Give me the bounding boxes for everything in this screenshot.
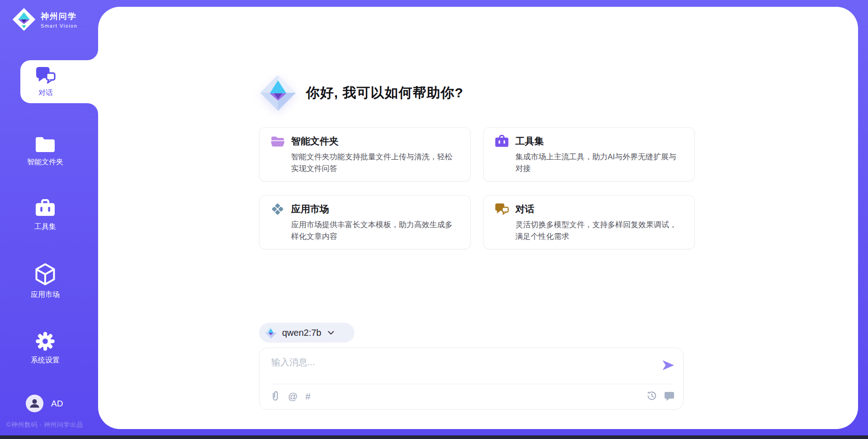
sidebar-item-smart-folder[interactable]: 智能文件夹 — [0, 136, 90, 167]
card-smart-folder[interactable]: 智能文件夹 智能文件夹功能支持批量文件上传与清洗，轻松实现文件问答 — [259, 127, 471, 181]
composer: @ # — [259, 348, 684, 410]
brand-logo-icon — [12, 7, 36, 32]
card-description: 应用市场提供丰富长文本模板，助力高效生成多样化文章内容 — [291, 219, 459, 243]
copyright: ©神州数码 · 神州问学出品 — [6, 421, 83, 429]
feedback-icon[interactable] — [664, 391, 675, 401]
composer-divider — [270, 384, 672, 384]
greeting-text: 你好, 我可以如何帮助你? — [306, 84, 463, 102]
assistant-logo-icon — [259, 74, 297, 112]
card-app-market[interactable]: 应用市场 应用市场提供丰富长文本模板，助力高效生成多样化文章内容 — [259, 195, 471, 249]
brand: 神州问学 Smart Vision — [12, 7, 77, 32]
model-name: qwen2:7b — [282, 328, 321, 338]
chat-icon — [35, 66, 56, 85]
card-description: 集成市场上主流工具，助力AI与外界无缝扩展与对接 — [515, 151, 684, 175]
cube-icon — [35, 263, 56, 286]
tab-fillet-bottom — [87, 103, 98, 114]
briefcase-icon — [35, 199, 56, 218]
composer-tools-left: @ # — [270, 389, 311, 403]
brand-name: 神州问学 — [41, 11, 77, 22]
model-logo-icon — [264, 326, 277, 339]
chat-icon — [495, 203, 509, 215]
sidebar-item-label: 对话 — [38, 88, 53, 98]
sidebar-item-toolset[interactable]: 工具集 — [0, 199, 90, 232]
card-description: 灵活切换多模型文件，支持多样回复效果调试，满足个性化需求 — [515, 219, 684, 243]
send-button[interactable] — [660, 359, 676, 372]
chevron-down-icon — [328, 331, 334, 335]
sidebar-item-chat[interactable]: 对话 — [20, 60, 98, 103]
gear-icon — [35, 331, 55, 351]
card-title: 对话 — [515, 203, 534, 215]
main-panel: 你好, 我可以如何帮助你? 智能文件夹 智能文件夹功能支持批量文件上传与清洗，轻… — [98, 7, 858, 429]
greeting: 你好, 我可以如何帮助你? — [259, 74, 463, 112]
composer-tools-right — [646, 390, 675, 401]
folder-icon — [35, 136, 56, 153]
sidebar-item-label: 应用市场 — [31, 290, 60, 300]
user-profile[interactable]: AD — [26, 395, 63, 412]
user-initials: AD — [51, 399, 63, 409]
sidebar-item-app-market[interactable]: 应用市场 — [0, 263, 90, 300]
topic-icon[interactable]: # — [305, 391, 311, 401]
card-title: 应用市场 — [291, 203, 329, 215]
folder-open-icon — [270, 135, 285, 148]
avatar — [26, 395, 43, 412]
attachment-icon[interactable] — [270, 390, 280, 402]
send-icon — [661, 359, 675, 371]
briefcase-icon — [495, 135, 509, 148]
card-title: 智能文件夹 — [291, 135, 339, 148]
brand-subtitle: Smart Vision — [41, 23, 77, 29]
model-selector[interactable]: qwen2:7b — [259, 323, 354, 343]
sidebar-item-settings[interactable]: 系统设置 — [0, 331, 90, 365]
mention-icon[interactable]: @ — [288, 391, 297, 401]
message-input[interactable] — [270, 354, 632, 370]
bottom-strip — [0, 435, 868, 439]
card-chat[interactable]: 对话 灵活切换多模型文件，支持多样回复效果调试，满足个性化需求 — [483, 195, 695, 249]
tab-fillet-top — [87, 49, 98, 60]
brand-text: 神州问学 Smart Vision — [41, 11, 77, 29]
card-toolset[interactable]: 工具集 集成市场上主流工具，助力AI与外界无缝扩展与对接 — [483, 127, 695, 181]
sidebar-item-label: 系统设置 — [31, 356, 60, 365]
sidebar-item-label: 工具集 — [34, 222, 56, 232]
sidebar-item-label: 智能文件夹 — [27, 157, 63, 167]
card-description: 智能文件夹功能支持批量文件上传与清洗，轻松实现文件问答 — [291, 151, 459, 175]
grid-icon — [270, 203, 285, 215]
card-title: 工具集 — [515, 135, 544, 148]
feature-cards: 智能文件夹 智能文件夹功能支持批量文件上传与清洗，轻松实现文件问答 工具集 — [259, 127, 695, 249]
history-icon[interactable] — [646, 390, 657, 401]
